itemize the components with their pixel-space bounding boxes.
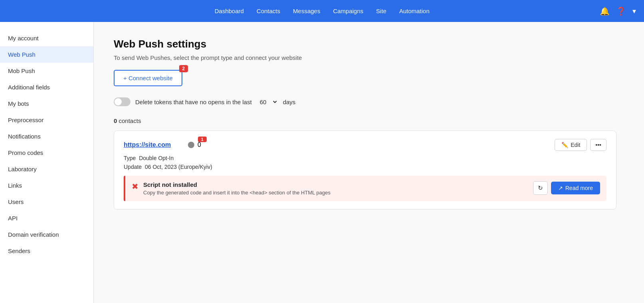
- edit-button[interactable]: ✏️ Edit: [555, 139, 587, 151]
- main-content: Web Push settings To send Web Pushes, se…: [94, 22, 644, 303]
- site-badge: 1: [198, 137, 207, 142]
- topnav-right-icons: 🔔 ❓ ▾: [600, 6, 636, 16]
- days-select[interactable]: 60 30 90 120: [257, 98, 278, 106]
- nav-site[interactable]: Site: [376, 8, 387, 14]
- page-title: Web Push settings: [114, 38, 624, 50]
- nav-dashboard[interactable]: Dashboard: [215, 8, 244, 14]
- arrow-icon: ↗: [558, 185, 563, 191]
- more-button[interactable]: •••: [590, 139, 606, 151]
- sidebar-item-api[interactable]: API: [0, 210, 93, 226]
- site-card-header: https://site.com 1 0 ✏️ Edit •••: [124, 139, 606, 151]
- delete-tokens-row: Delete tokens that have no opens in the …: [114, 97, 624, 106]
- page-subtitle: To send Web Pushes, select the prompt ty…: [114, 54, 624, 61]
- error-circle-icon: ✖: [132, 182, 138, 191]
- sidebar-item-links[interactable]: Links: [0, 177, 93, 194]
- refresh-button[interactable]: ↻: [533, 181, 548, 195]
- site-card: https://site.com 1 0 ✏️ Edit ••• Type: [114, 131, 616, 210]
- sidebar-item-web-push[interactable]: Web Push: [0, 46, 93, 63]
- refresh-icon: ↻: [538, 184, 543, 191]
- delete-tokens-toggle[interactable]: [114, 97, 130, 106]
- connect-website-button[interactable]: + Connect website: [114, 70, 182, 86]
- help-icon[interactable]: ❓: [616, 6, 626, 16]
- sidebar-item-users[interactable]: Users: [0, 194, 93, 210]
- toggle-knob: [115, 98, 122, 105]
- error-title: Script not installed: [143, 181, 330, 188]
- sidebar-item-senders[interactable]: Senders: [0, 243, 93, 259]
- sidebar-item-additional-fields[interactable]: Additional fields: [0, 79, 93, 95]
- site-contacts-count: 0: [198, 141, 201, 149]
- sidebar-item-notifications[interactable]: Notifications: [0, 128, 93, 145]
- sidebar: My account Web Push Mob Push Additional …: [0, 22, 94, 303]
- site-person-icon: [188, 142, 194, 148]
- error-description: Copy the generated code and insert it in…: [143, 190, 330, 196]
- delete-tokens-label-before: Delete tokens that have no opens in the …: [135, 99, 252, 105]
- nav-messages[interactable]: Messages: [293, 8, 320, 14]
- nav-links: Dashboard Contacts Messages Campaigns Si…: [12, 8, 632, 14]
- sidebar-item-my-bots[interactable]: My bots: [0, 95, 93, 112]
- bell-icon[interactable]: 🔔: [600, 6, 610, 16]
- sidebar-item-laboratory[interactable]: Laboratory: [0, 161, 93, 177]
- chevron-down-icon[interactable]: ▾: [632, 7, 636, 16]
- sidebar-item-domain-verification[interactable]: Domain verification: [0, 226, 93, 243]
- error-banner-left: ✖ Script not installed Copy the generate…: [132, 181, 330, 196]
- delete-tokens-label-after: days: [283, 99, 296, 105]
- site-url-row: https://site.com 1 0: [124, 141, 201, 149]
- error-actions: ↻ ↗ Read more: [533, 181, 600, 195]
- connect-website-wrapper: + Connect website 2: [114, 70, 182, 86]
- connect-badge: 2: [179, 65, 188, 72]
- read-more-button[interactable]: ↗ Read more: [551, 182, 600, 194]
- page-layout: My account Web Push Mob Push Additional …: [0, 22, 644, 303]
- sidebar-item-mob-push[interactable]: Mob Push: [0, 63, 93, 79]
- sidebar-item-preprocessor[interactable]: Preprocessor: [0, 112, 93, 128]
- error-banner: ✖ Script not installed Copy the generate…: [124, 176, 606, 201]
- top-navigation: Dashboard Contacts Messages Campaigns Si…: [0, 0, 644, 22]
- nav-automation[interactable]: Automation: [399, 8, 429, 14]
- site-actions: ✏️ Edit •••: [555, 139, 606, 151]
- site-type-row: Type Double Opt-In: [124, 155, 606, 161]
- site-update-row: Update 06 Oct, 2023 (Europe/Kyiv): [124, 164, 606, 170]
- pencil-icon: ✏️: [561, 142, 568, 148]
- contacts-count: 0 contacts: [114, 117, 624, 124]
- sidebar-item-promo-codes[interactable]: Promo codes: [0, 145, 93, 161]
- site-url-link[interactable]: https://site.com: [124, 141, 171, 149]
- nav-contacts[interactable]: Contacts: [257, 8, 280, 14]
- sidebar-item-my-account[interactable]: My account: [0, 30, 93, 46]
- error-content: Script not installed Copy the generated …: [143, 181, 330, 196]
- nav-campaigns[interactable]: Campaigns: [333, 8, 363, 14]
